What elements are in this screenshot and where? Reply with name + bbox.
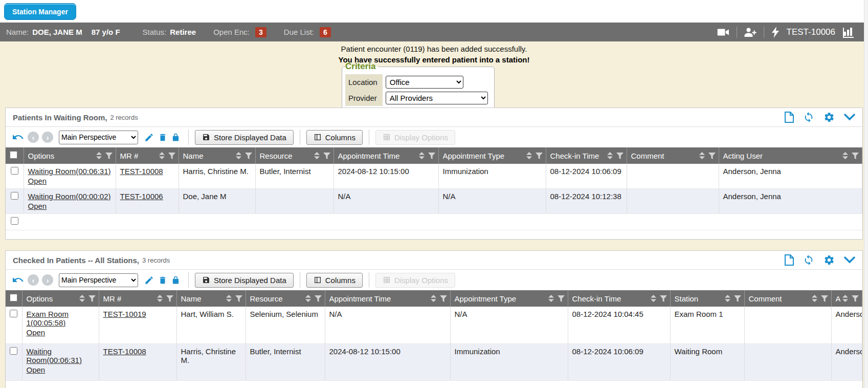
video-camera-icon[interactable]: [717, 27, 729, 37]
sort-icon[interactable]: [419, 152, 425, 159]
scrollbar[interactable]: [864, 0, 868, 388]
columns-button[interactable]: Columns: [306, 130, 363, 145]
filter-icon[interactable]: [821, 295, 828, 302]
column-header[interactable]: Appointment Time: [325, 290, 450, 307]
sort-icon[interactable]: [226, 295, 232, 302]
station-link[interactable]: Exam Room 1(00:05:58): [27, 310, 69, 327]
sort-icon[interactable]: [842, 152, 848, 159]
open-link[interactable]: Open: [27, 328, 46, 337]
refresh-icon[interactable]: [803, 112, 814, 123]
mr-link[interactable]: TEST-10006: [120, 192, 163, 201]
column-header[interactable]: Appointment Type: [450, 290, 568, 307]
edit-perspective-icon[interactable]: [144, 275, 154, 285]
open-enc-badge[interactable]: 3: [255, 27, 266, 37]
sort-icon[interactable]: [607, 152, 613, 159]
column-header[interactable]: Options: [22, 290, 99, 307]
store-displayed-data-button[interactable]: Store Displayed Data: [195, 130, 294, 145]
new-document-icon[interactable]: [784, 254, 794, 266]
due-list-badge[interactable]: 6: [320, 27, 331, 37]
column-header[interactable]: Check-in Time: [568, 290, 670, 307]
filter-icon[interactable]: [734, 295, 741, 302]
filter-icon[interactable]: [536, 153, 543, 159]
column-header[interactable]: Resource: [255, 147, 333, 164]
open-link[interactable]: Open: [28, 177, 47, 185]
column-header[interactable]: Check-in Time: [546, 147, 627, 164]
filter-icon[interactable]: [616, 153, 624, 159]
sort-icon[interactable]: [548, 295, 554, 302]
columns-button[interactable]: Columns: [306, 273, 363, 288]
column-header[interactable]: Acting User: [719, 147, 862, 164]
sort-icon[interactable]: [725, 295, 730, 302]
sort-icon[interactable]: [651, 295, 656, 302]
gear-icon[interactable]: [824, 254, 835, 266]
filter-icon[interactable]: [428, 153, 435, 159]
next-perspective-button[interactable]: ›: [42, 132, 53, 143]
column-header[interactable]: Name: [176, 290, 246, 307]
open-link[interactable]: Open: [28, 202, 47, 210]
delete-perspective-icon[interactable]: [158, 275, 167, 285]
sort-icon[interactable]: [842, 295, 848, 302]
filter-icon[interactable]: [166, 295, 173, 302]
filter-icon[interactable]: [708, 153, 716, 159]
station-link[interactable]: Waiting Room(00:00:02): [28, 192, 111, 201]
sort-icon[interactable]: [812, 295, 817, 302]
collapse-chevron-icon[interactable]: [844, 256, 855, 264]
filter-icon[interactable]: [168, 153, 175, 159]
sort-icon[interactable]: [431, 295, 436, 302]
lock-perspective-icon[interactable]: [171, 133, 180, 142]
sort-icon[interactable]: [236, 152, 241, 159]
sort-icon[interactable]: [699, 152, 705, 159]
prev-perspective-button[interactable]: ‹: [28, 132, 39, 143]
filter-icon[interactable]: [88, 295, 96, 302]
column-header[interactable]: Comment: [627, 147, 719, 164]
filter-icon[interactable]: [245, 153, 252, 159]
sort-icon[interactable]: [526, 152, 532, 159]
column-header[interactable]: MR #: [116, 147, 179, 164]
row-checkbox[interactable]: [10, 310, 17, 317]
delete-perspective-icon[interactable]: [158, 133, 167, 142]
column-header[interactable]: Name: [179, 147, 255, 164]
filter-icon[interactable]: [323, 153, 330, 159]
column-header[interactable]: Options: [24, 147, 116, 164]
collapse-chevron-icon[interactable]: [844, 114, 855, 121]
column-header[interactable]: Resource: [246, 290, 325, 307]
filter-icon[interactable]: [660, 295, 667, 302]
lock-perspective-icon[interactable]: [171, 275, 180, 285]
perspective-select[interactable]: Main Perspective: [59, 131, 138, 144]
sort-icon[interactable]: [314, 152, 320, 159]
filter-icon[interactable]: [105, 153, 113, 159]
store-displayed-data-button[interactable]: Store Displayed Data: [195, 273, 294, 288]
filter-icon[interactable]: [440, 295, 447, 302]
select-all-checkbox[interactable]: [10, 294, 17, 301]
column-header[interactable]: MR #: [99, 290, 176, 307]
mr-link[interactable]: TEST-10008: [120, 167, 163, 176]
filter-icon[interactable]: [315, 295, 322, 302]
perspective-select[interactable]: Main Perspective: [59, 273, 138, 287]
station-link[interactable]: Waiting Room(00:06:31): [28, 167, 111, 176]
lightning-icon[interactable]: [771, 27, 780, 38]
row-checkbox[interactable]: [11, 192, 18, 200]
select-all-checkbox[interactable]: [10, 151, 17, 159]
column-header[interactable]: Station: [670, 290, 744, 307]
tab-station-manager[interactable]: Station Manager: [4, 3, 76, 20]
reset-perspective-icon[interactable]: [12, 274, 24, 286]
row-checkbox[interactable]: [10, 347, 17, 355]
person-add-icon[interactable]: [744, 27, 756, 37]
gear-icon[interactable]: [824, 112, 835, 123]
bar-chart-icon[interactable]: [842, 27, 855, 38]
location-select[interactable]: Office: [386, 76, 463, 89]
mr-link[interactable]: TEST-10008: [103, 347, 146, 356]
row-checkbox[interactable]: [11, 167, 18, 175]
column-header[interactable]: Comment: [744, 290, 831, 307]
refresh-icon[interactable]: [803, 254, 814, 266]
prev-perspective-button[interactable]: ‹: [28, 274, 39, 286]
filter-icon[interactable]: [235, 295, 242, 302]
provider-select[interactable]: All Providers: [386, 92, 488, 104]
open-link[interactable]: Open: [27, 365, 46, 374]
column-header[interactable]: Acting User: [831, 290, 862, 307]
sort-icon[interactable]: [159, 152, 165, 159]
sort-icon[interactable]: [305, 295, 311, 302]
mr-link[interactable]: TEST-10019: [103, 310, 146, 318]
sort-icon[interactable]: [157, 295, 163, 302]
filter-icon[interactable]: [852, 295, 859, 302]
